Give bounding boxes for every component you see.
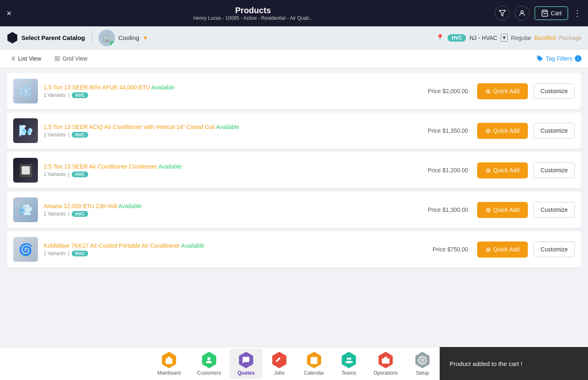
list-view-btn[interactable]: List View [7,54,45,63]
toast-message: Product added to the cart ! [450,360,522,367]
filter-button[interactable] [495,6,510,21]
svg-marker-0 [499,10,505,16]
svg-point-19 [349,357,351,360]
select-catalog-btn[interactable]: Select Parent Catalog [7,32,85,44]
cart-label: Cart [551,10,562,16]
header-right: Cart ⋮ [495,6,581,21]
grid-view-btn[interactable]: Grid View [51,54,91,63]
quick-add-button[interactable]: ⊕ Quick Add [477,242,528,258]
nav-item-mainboard[interactable]: Mainboard [149,349,189,379]
product-name[interactable]: 1.5 Ton 13 SEER ACiQ Air Conditioner wit… [44,124,422,130]
nav-label-customers: Customers [197,370,221,376]
catalog-dropdown-arrow[interactable]: ▼ [143,35,148,41]
product-meta: 1 Variants | HVC [44,211,422,217]
product-price: Price $1,300.00 [428,206,468,213]
regular-label: Regular [511,35,531,41]
product-image: ❄️ [13,79,38,103]
quick-add-button[interactable]: ⊕ Quick Add [477,83,528,99]
product-card: 🔲 2.5 Ton 13 SEER Air Conditioner Conden… [7,152,581,188]
customize-button[interactable]: Customize [534,242,575,257]
product-image: 💨 [13,197,38,222]
nav-item-calendar[interactable]: Calendar [296,349,333,379]
nav-label-quotes: Quotes [237,370,254,376]
nav-item-teams[interactable]: Teams [333,349,365,379]
quick-add-button[interactable]: ⊕ Quick Add [477,123,528,139]
svg-rect-20 [382,358,389,364]
product-card: 🌀 KoldWave 7KK17 Air-Cooled Portable Air… [7,231,581,267]
availability-label: Available [158,163,182,170]
hvc-badge: HVC [72,92,88,98]
plus-icon: ⊕ [485,167,491,174]
nav-icon-customers [201,352,217,368]
more-button[interactable]: ⋮ [573,8,581,18]
variants-label: 1 Variants [44,92,66,98]
product-image: 🌬️ [13,118,38,143]
toolbar: List View Grid View Tag Filters i [0,49,588,68]
close-button[interactable]: × [7,9,12,18]
product-img-icon: 💨 [19,203,33,217]
product-card: 💨 Amana 12,000 BTU 230-Volt Available 1 … [7,192,581,228]
product-name[interactable]: 1.5 Ton 13 SEER 80% AFUE 44,000 BTU Avai… [44,84,422,91]
svg-rect-14 [311,357,318,364]
nav-item-jobs[interactable]: Jobs [263,349,296,379]
product-name[interactable]: Amana 12,000 BTU 230-Volt Available [44,203,422,209]
svg-point-1 [521,11,523,13]
plus-icon: ⊕ [485,87,491,95]
cart-button[interactable]: Cart [534,6,568,20]
customize-button[interactable]: Customize [534,83,575,99]
product-image: 🌀 [13,237,38,262]
tag-filters-label: Tag Filters [546,55,572,62]
customize-button[interactable]: Customize [534,202,575,218]
info-badge: i [575,55,581,62]
plus-icon: ⊕ [485,127,491,135]
nav-item-setup[interactable]: Setup [406,349,439,379]
bundled-label: Bundled [534,35,555,41]
nav-label-calendar: Calendar [304,370,324,376]
svg-rect-9 [55,56,57,58]
person-button[interactable] [515,6,529,21]
nav-item-customers[interactable]: Customers [189,349,229,379]
catalog-bar: Select Parent Catalog 🏢 ✓ Cooling ▼ 📍 HV… [0,26,588,49]
product-info: KoldWave 7KK17 Air-Cooled Portable Air C… [44,242,427,256]
location-pin-icon: 📍 [436,34,444,42]
availability-label: Available [118,203,142,209]
product-price: Price $1,200.00 [428,167,468,174]
hvc-badge: HVC [72,251,88,256]
toast-notification: Product added to the cart ! [440,347,588,380]
variants-label: 1 Variants [44,132,66,138]
nav-item-operations[interactable]: Operations [365,349,406,379]
page-title: Products [193,6,313,15]
svg-point-18 [347,357,349,360]
nav-icon-calendar [306,352,322,368]
product-name[interactable]: 2.5 Ton 13 SEER Air Conditioner Condense… [44,163,422,170]
location-dropdown-btn[interactable]: ▼ [501,34,508,42]
customize-button[interactable]: Customize [534,123,575,138]
nav-item-quotes[interactable]: Quotes [229,349,262,379]
product-img-icon: 🌀 [19,243,33,256]
product-info: 1.5 Ton 13 SEER 80% AFUE 44,000 BTU Avai… [44,84,422,98]
catalog-building-selector[interactable]: 🏢 ✓ Cooling ▼ [98,30,148,46]
product-meta: 1 Variants | HVC [44,92,422,98]
customize-button[interactable]: Customize [534,162,575,178]
list-view-label: List View [18,55,41,62]
availability-label: Available [181,242,204,249]
location-section: 📍 HVC NJ - HVAC ▼ Regular Bundled Packag… [436,34,581,42]
nav-label-setup: Setup [416,370,429,376]
product-image: 🔲 [13,158,38,183]
svg-point-21 [421,359,424,361]
tag-filters-btn[interactable]: Tag Filters i [536,55,581,62]
quick-add-button[interactable]: ⊕ Quick Add [477,202,528,218]
svg-rect-12 [58,59,59,61]
product-img-icon: ❄️ [19,84,33,98]
header-center: Products Henry Lucas - 10085 - Active - … [193,6,313,21]
nav-icon-mainboard [161,352,177,368]
select-catalog-label: Select Parent Catalog [21,34,85,41]
nav-icon-quotes [238,352,254,368]
product-card: 🌬️ 1.5 Ton 13 SEER ACiQ Air Conditioner … [7,113,581,149]
product-name[interactable]: KoldWave 7KK17 Air-Cooled Portable Air C… [44,242,427,249]
plus-icon: ⊕ [485,246,491,253]
variants-label: 1 Variants [44,251,66,256]
quick-add-button[interactable]: ⊕ Quick Add [477,162,528,178]
product-meta: 1 Variants | HVC [44,251,427,256]
nav-icon-jobs [271,352,288,368]
